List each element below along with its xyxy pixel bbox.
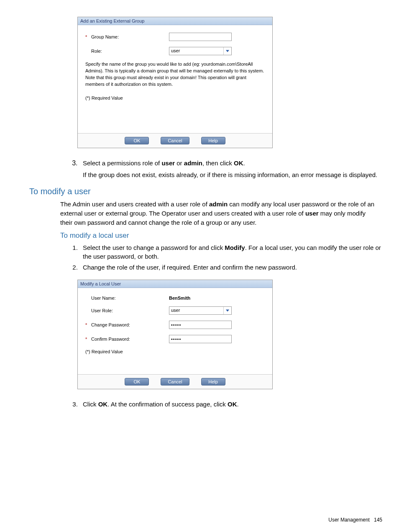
user-name-label: User Name: bbox=[91, 296, 116, 301]
confirm-password-input[interactable] bbox=[169, 335, 232, 343]
required-asterisk: * bbox=[85, 34, 89, 39]
heading-modify-user: To modify a user bbox=[29, 187, 382, 196]
required-note: (*) Required Value bbox=[85, 95, 265, 100]
doc-step-2: Change the role of the user, if required… bbox=[79, 263, 382, 272]
doc-step-3a: Select a permissions role of user or adm… bbox=[79, 159, 382, 180]
role-select-value: user bbox=[169, 47, 223, 55]
help-button[interactable]: Help bbox=[201, 378, 225, 386]
user-role-select-value: user bbox=[169, 307, 223, 314]
required-asterisk: * bbox=[85, 322, 89, 327]
ok-button[interactable]: OK bbox=[125, 378, 149, 386]
group-name-label: Group Name: bbox=[91, 34, 119, 39]
modify-local-user-dialog: Modify a Local User User Name: BenSmith … bbox=[77, 280, 273, 389]
user-role-label: User Role: bbox=[91, 308, 113, 313]
dialog-help-text: Specify the name of the group you would … bbox=[85, 61, 265, 88]
required-asterisk: * bbox=[85, 337, 89, 342]
group-name-input[interactable] bbox=[169, 33, 232, 41]
ok-button[interactable]: OK bbox=[125, 137, 149, 144]
dialog-title: Add an Existing External Group bbox=[78, 17, 272, 25]
doc-step-3a-sub: If the group does not exist, exists alre… bbox=[83, 170, 382, 180]
required-note: (*) Required Value bbox=[85, 349, 265, 354]
change-password-input[interactable] bbox=[169, 321, 232, 329]
chevron-down-icon[interactable] bbox=[223, 47, 231, 55]
role-select[interactable]: user bbox=[169, 47, 232, 55]
doc-step-3b: Click OK. At the confirmation of success… bbox=[79, 400, 382, 409]
cancel-button[interactable]: Cancel bbox=[161, 137, 189, 144]
user-role-select[interactable]: user bbox=[169, 306, 232, 315]
confirm-password-label: Confirm Password: bbox=[91, 337, 130, 342]
cancel-button[interactable]: Cancel bbox=[161, 378, 189, 386]
heading-modify-local-user: To modify a local user bbox=[60, 231, 382, 240]
user-name-value: BenSmith bbox=[169, 296, 190, 301]
add-external-group-dialog: Add an Existing External Group * Group N… bbox=[77, 17, 273, 148]
dialog-title: Modify a Local User bbox=[78, 280, 272, 288]
page-footer: User Management 145 bbox=[328, 517, 382, 523]
change-password-label: Change Password: bbox=[91, 322, 130, 327]
modify-user-paragraph: The Admin user and users created with a … bbox=[60, 200, 378, 227]
doc-step-1: Select the user to change a password for… bbox=[79, 243, 382, 262]
chevron-down-icon[interactable] bbox=[223, 307, 231, 314]
role-label: Role: bbox=[91, 49, 102, 54]
help-button[interactable]: Help bbox=[201, 137, 225, 144]
